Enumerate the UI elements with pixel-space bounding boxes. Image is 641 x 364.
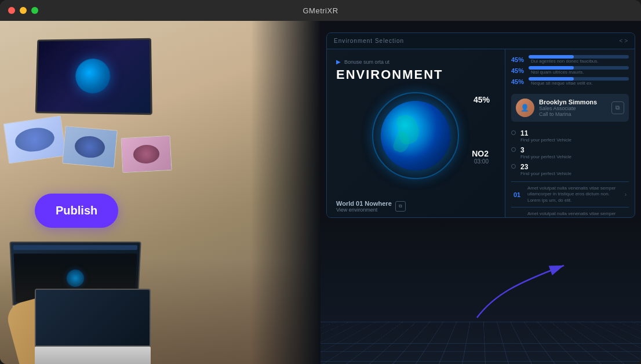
world-link-icon[interactable]: ⧉ (395, 201, 406, 212)
list-arrow-2: › (625, 217, 627, 217)
notebook-3 (121, 136, 172, 173)
user-sub: Call to Marina (539, 111, 607, 117)
publish-button[interactable]: Publish (35, 194, 118, 228)
list-item-2[interactable]: 02 Amet volutpat nulla venenatis vitae s… (511, 207, 629, 217)
notebook-2 (62, 126, 117, 168)
user-avatar: 👤 (516, 99, 534, 117)
progress-item-2: 45% Nisl quam ultrices mauris. (511, 66, 629, 75)
app-window: Environment Selection < > ▶ Bonuse sum o… (326, 32, 635, 218)
monitor-globe (75, 59, 110, 93)
list-num-2: 02 (513, 217, 524, 217)
user-card: 👤 Brooklyn Simmons Sales Associate Call … (511, 94, 629, 122)
no2-title: NO2 (472, 149, 489, 158)
stat-info-2: 3 Find your perfect Vehicle (520, 146, 571, 159)
list-text-1: Amet volutpat nulla venenatis vitae semp… (527, 185, 621, 203)
progress-1-percent: 45% (511, 56, 525, 63)
monitor (35, 38, 152, 115)
stat-item-1: 11 Find your perfect Vehicle (511, 128, 629, 144)
title-bar: GMetriXR (0, 0, 641, 21)
app-title-bar: Environment Selection < > (327, 33, 635, 49)
user-info: Brooklyn Simmons Sales Associate Call to… (539, 99, 607, 117)
world-info: World 01 Nowhere View environment (336, 200, 392, 213)
globe (381, 101, 450, 170)
stat-dot-2 (511, 147, 516, 152)
env-arrow-icon: ▶ (336, 59, 341, 65)
traffic-lights (8, 7, 38, 14)
minimize-button[interactable] (20, 7, 27, 14)
progress-1-text: Dui agentes non donec faucibus. (531, 59, 629, 64)
main-window: GMetriXR (0, 0, 641, 364)
progress-bars: 45% Dui agentes non donec faucibus. 45% (511, 55, 629, 88)
stat-desc-2: Find your perfect Vehicle (520, 154, 571, 159)
stat-info-1: 11 Find your perfect Vehicle (520, 129, 571, 143)
stat-info-3: 23 Find your perfect Vehicle (520, 163, 571, 176)
progress-2-percent: 45% (511, 67, 525, 74)
left-fade-overlay (251, 21, 320, 364)
user-action-button[interactable]: ⧉ (611, 101, 624, 114)
notebook-1 (3, 115, 67, 163)
close-button[interactable] (8, 7, 15, 14)
stat-dot-1 (511, 130, 516, 135)
stat-item-3: 23 Find your perfect Vehicle (511, 161, 629, 178)
action-list: 01 Amet volutpat nulla venenatis vitae s… (511, 181, 629, 217)
user-name: Brooklyn Simmons (539, 99, 607, 105)
list-item-1[interactable]: 01 Amet volutpat nulla venenatis vitae s… (511, 181, 629, 207)
app-environment-panel: ▶ Bonuse sum orta ut ENVIRONMENT (327, 49, 505, 217)
stat-num-3: 23 (520, 163, 571, 171)
env-label-text: Bonuse sum orta ut (344, 59, 389, 65)
monitor-screen (37, 40, 151, 113)
right-panel: Environment Selection < > ▶ Bonuse sum o… (320, 21, 641, 364)
app-window-controls: < > (620, 38, 628, 44)
no2-label: NO2 03:00 (472, 149, 489, 165)
app-title: GMetriXR (303, 6, 338, 15)
app-data-panel: 45% Dui agentes non donec faucibus. 45% (505, 49, 635, 217)
desk-scene (0, 21, 320, 364)
stat-desc-1: Find your perfect Vehicle (520, 137, 571, 143)
app-body: ▶ Bonuse sum orta ut ENVIRONMENT (327, 49, 635, 217)
list-arrow-1: › (625, 191, 627, 198)
progress-3-text: Neque sit neque vitae velit ex. (531, 81, 629, 86)
app-window-title: Environment Selection (334, 38, 404, 44)
world-name: World 01 Nowhere (336, 200, 392, 207)
progress-2-text: Nisl quam ultrices mauris. (531, 70, 629, 75)
grid-floor (320, 219, 641, 364)
no2-value: 03:00 (472, 158, 489, 165)
user-role: Sales Associate (539, 105, 607, 111)
left-panel (0, 21, 320, 364)
stat-desc-3: Find your perfect Vehicle (520, 171, 571, 176)
maximize-button[interactable] (31, 7, 38, 14)
stat-num-1: 11 (520, 129, 571, 137)
content-area: Environment Selection < > ▶ Bonuse sum o… (0, 21, 641, 364)
world-sub: View environment (336, 207, 392, 213)
stats-list: 11 Find your perfect Vehicle 3 Find your… (511, 128, 629, 178)
stat-item-2: 3 Find your perfect Vehicle (511, 144, 629, 161)
globe-container: 45% NO2 03:00 (336, 89, 496, 182)
list-num-1: 01 (513, 191, 524, 198)
stat-num-2: 3 (520, 146, 571, 154)
globe-percent: 45% (474, 95, 490, 104)
stat-dot-3 (511, 164, 516, 169)
progress-item-1: 45% Dui agentes non donec faucibus. (511, 55, 629, 64)
list-text-2: Amet volutpat nulla venenatis vitae semp… (527, 211, 621, 217)
progress-item-3: 45% Neque sit neque vitae velit ex. (511, 77, 629, 86)
env-label-row: ▶ Bonuse sum orta ut (336, 59, 496, 65)
env-title: ENVIRONMENT (336, 67, 496, 82)
world-location: World 01 Nowhere View environment ⧉ (336, 200, 406, 213)
progress-3-percent: 45% (511, 78, 525, 85)
